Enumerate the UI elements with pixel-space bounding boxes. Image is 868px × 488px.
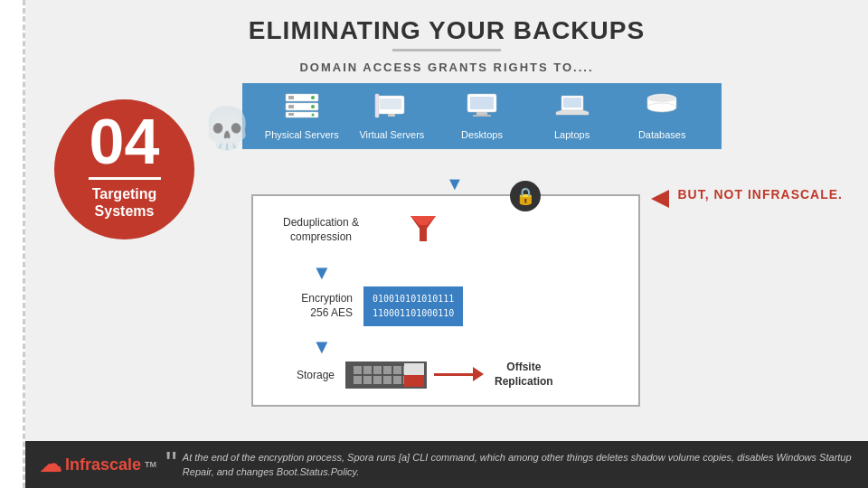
svg-point-8 bbox=[311, 114, 314, 117]
dedup-label: Deduplication & compression bbox=[262, 216, 380, 244]
svg-rect-18 bbox=[563, 98, 581, 108]
down-arrow-1: ▼ bbox=[312, 261, 629, 285]
svg-rect-12 bbox=[375, 94, 379, 117]
connector-down-arrow: ▼ bbox=[446, 174, 464, 194]
page-title: ELIMINATING YOUR BACKUPS bbox=[25, 0, 868, 45]
laptops-icon bbox=[554, 92, 590, 126]
storage-device bbox=[345, 361, 427, 389]
domain-item-desktops: Desktops bbox=[441, 92, 523, 140]
but-not-infrascale-text: BUT, NOT INFRASCALE. bbox=[677, 187, 843, 202]
footer-bar: ☁ Infrascale TM " At the end of the encr… bbox=[25, 441, 868, 488]
encrypt-label: Encryption 256 AES bbox=[262, 292, 353, 320]
svg-point-2 bbox=[311, 96, 315, 99]
svg-rect-10 bbox=[380, 99, 401, 109]
svg-point-22 bbox=[647, 95, 676, 102]
storage-label: Storage bbox=[262, 369, 335, 381]
but-not-arrow bbox=[651, 190, 669, 208]
process-box: Deduplication & compression ▼ Encryption… bbox=[251, 194, 640, 407]
virtual-servers-icon bbox=[373, 92, 410, 126]
lock-circle: 🔒 bbox=[510, 181, 541, 211]
svg-rect-11 bbox=[388, 114, 395, 117]
lock-icon: 🔒 bbox=[510, 181, 541, 211]
domain-item-physical: Physical Servers bbox=[261, 92, 343, 140]
storage-row: Storage bbox=[262, 361, 629, 389]
encrypt-row: Encryption 256 AES 010010101010111 11000… bbox=[262, 286, 629, 326]
svg-point-21 bbox=[647, 103, 676, 112]
svg-rect-16 bbox=[473, 115, 491, 117]
domain-access-box: Physical Servers Virtual Servers bbox=[242, 83, 722, 149]
databases-icon bbox=[644, 92, 680, 126]
title-underline bbox=[392, 49, 501, 52]
domain-item-databases: Databases bbox=[621, 92, 703, 140]
svg-rect-14 bbox=[470, 97, 494, 109]
domain-item-virtual: Virtual Servers bbox=[351, 92, 432, 140]
databases-label: Databases bbox=[638, 129, 686, 140]
svg-rect-1 bbox=[288, 96, 294, 99]
physical-servers-label: Physical Servers bbox=[265, 129, 339, 140]
svg-point-5 bbox=[311, 105, 315, 108]
desktops-label: Desktops bbox=[461, 129, 503, 140]
slide-number-circle: 04 Targeting Systems bbox=[54, 99, 194, 239]
down-arrow-2: ▼ bbox=[312, 335, 629, 359]
main-content: ELIMINATING YOUR BACKUPS DOMAIN ACCESS G… bbox=[25, 0, 868, 488]
svg-rect-15 bbox=[476, 112, 487, 115]
logo-text: Infrascale bbox=[65, 455, 141, 474]
physical-servers-icon bbox=[284, 92, 320, 126]
footer-quote: At the end of the encryption process, Sp… bbox=[183, 450, 854, 480]
cloud-icon: ☁ bbox=[40, 452, 61, 477]
subtitle: DOMAIN ACCESS GRANTS RIGHTS TO.... bbox=[25, 61, 868, 74]
infrascale-logo: ☁ Infrascale TM bbox=[40, 452, 156, 477]
slide-label: Targeting Systems bbox=[92, 185, 157, 220]
desktops-icon bbox=[464, 92, 500, 126]
svg-rect-7 bbox=[288, 113, 294, 116]
skull-icon: 💀 bbox=[202, 104, 252, 152]
laptops-label: Laptops bbox=[554, 129, 590, 140]
dedup-icon bbox=[407, 212, 439, 249]
domain-item-laptops: Laptops bbox=[532, 92, 613, 140]
dedup-row: Deduplication & compression bbox=[262, 212, 629, 249]
svg-rect-4 bbox=[288, 105, 294, 108]
quote-mark-icon: " bbox=[165, 448, 177, 481]
slide-number: 04 bbox=[90, 110, 160, 174]
binary-box: 010010101010111 110001101000110 bbox=[363, 286, 463, 326]
offsite-label: Offsite Replication bbox=[495, 361, 553, 389]
slide-number-divider bbox=[89, 177, 161, 180]
left-strip bbox=[0, 0, 25, 488]
virtual-servers-label: Virtual Servers bbox=[359, 129, 424, 140]
